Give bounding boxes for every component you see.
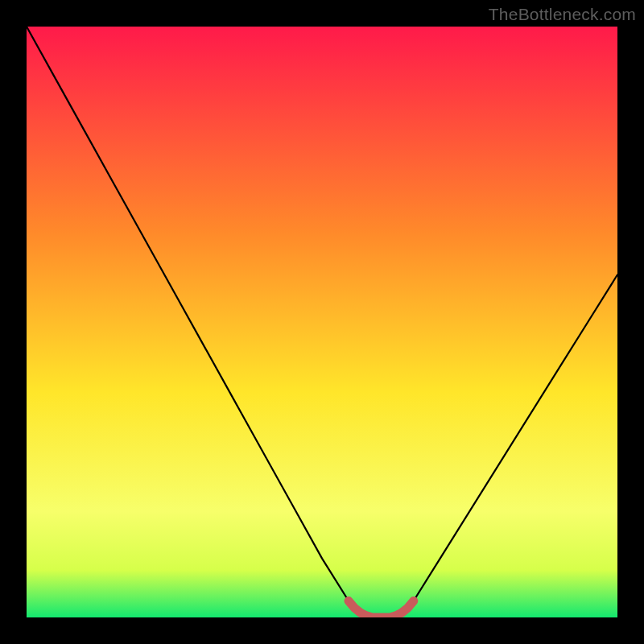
watermark-text: TheBottleneck.com <box>489 5 636 24</box>
chart-svg <box>27 27 617 617</box>
chart-frame: TheBottleneck.com <box>0 0 644 644</box>
plot-area <box>27 27 617 617</box>
gradient-background <box>27 27 617 617</box>
